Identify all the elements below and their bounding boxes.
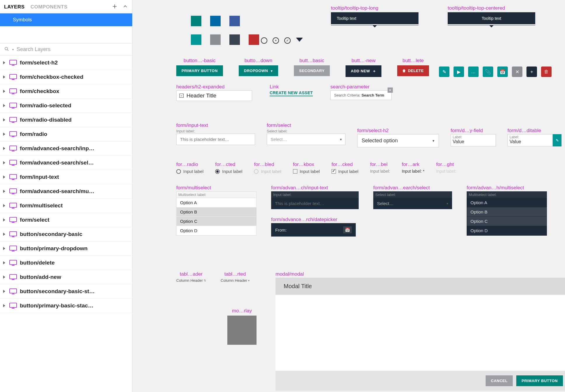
h2-expanded[interactable]: − Header Title xyxy=(176,90,252,101)
chevron-right-icon[interactable] xyxy=(2,132,6,136)
search-parameter[interactable]: Search Criteria: Search Term ✕ xyxy=(330,90,392,100)
adv-multiselect-list[interactable]: Option A Option B Option C Option D xyxy=(467,198,547,236)
layer-item[interactable]: form/select-h2 xyxy=(0,56,132,70)
layer-item[interactable]: button/primary-dropdown xyxy=(0,242,132,256)
play-icon-button[interactable]: ▶ xyxy=(454,66,464,77)
chevron-right-icon[interactable] xyxy=(2,275,6,279)
delete-button[interactable]: DELETE xyxy=(397,65,429,76)
secondary-button[interactable]: SECONDARY xyxy=(294,65,330,76)
layer-list[interactable]: form/select-h2form/checkbox-checkedform/… xyxy=(0,56,132,392)
swatch-dark[interactable] xyxy=(229,34,240,45)
layer-item[interactable]: button/delete xyxy=(0,256,132,270)
trash-icon-button[interactable]: 🗑 xyxy=(541,66,552,77)
layer-item[interactable]: form/multiselect xyxy=(0,199,132,213)
list-item[interactable]: Option C xyxy=(177,217,256,226)
table-column-header-sorted[interactable]: Column Header▾ xyxy=(221,278,250,283)
swatch-teal[interactable] xyxy=(191,34,201,45)
list-item[interactable]: Option A xyxy=(177,198,256,207)
checkbox-checked-input[interactable]: Input label xyxy=(332,169,358,174)
adv-select-input[interactable]: Select… xyxy=(373,198,452,209)
chevron-right-icon[interactable] xyxy=(2,204,6,208)
chevron-right-icon[interactable] xyxy=(2,175,6,179)
primary-button[interactable]: PRIMARY BUTTON xyxy=(176,65,223,76)
attach-icon-button[interactable]: 📎 xyxy=(483,66,493,77)
calendar-icon-button[interactable]: 📅 xyxy=(497,66,508,77)
close-icon[interactable]: ✕ xyxy=(388,88,393,93)
chevron-right-icon[interactable] xyxy=(2,261,6,265)
layer-item[interactable]: form/checkbox-checked xyxy=(0,70,132,84)
layer-item[interactable]: button/secondary-basic-st… xyxy=(0,284,132,299)
layer-item[interactable]: form/advanced-search/inp… xyxy=(0,141,132,156)
modal-primary-button[interactable]: PRIMARY BUTTON xyxy=(516,375,563,386)
layer-item[interactable]: form/radio xyxy=(0,127,132,141)
list-item[interactable]: Option D xyxy=(177,226,256,235)
chevron-right-icon[interactable] xyxy=(2,61,6,65)
layer-item[interactable]: form/radio-disabled xyxy=(0,113,132,127)
layer-item[interactable]: form/advanced-search/mu… xyxy=(0,184,132,199)
list-item[interactable]: Option D xyxy=(467,226,547,235)
layer-item[interactable]: form/advanced-search/sel… xyxy=(0,156,132,170)
search-dropdown-icon[interactable]: ▾ xyxy=(12,48,14,51)
layer-item[interactable]: button/add-new xyxy=(0,270,132,284)
calendar-icon[interactable]: 📅 xyxy=(343,226,352,233)
more-icon-button[interactable]: … xyxy=(468,66,479,77)
collapse-box-icon[interactable]: − xyxy=(179,94,184,98)
search-layers-input[interactable] xyxy=(17,46,128,52)
create-asset-link[interactable]: CREATE NEW ASSET xyxy=(270,90,313,96)
list-item[interactable]: Option B xyxy=(177,207,256,217)
add-icon[interactable] xyxy=(112,4,118,10)
add-new-button[interactable]: ADD NEW xyxy=(346,65,381,77)
swatch-blue[interactable] xyxy=(210,16,221,26)
chevron-right-icon[interactable] xyxy=(2,232,6,236)
pencil-icon-button[interactable]: ✎ xyxy=(439,66,449,77)
radio-selected-input[interactable]: Input label xyxy=(215,169,242,174)
cancel-button[interactable]: CANCEL xyxy=(486,375,513,386)
list-item[interactable]: Option B xyxy=(467,207,547,217)
table-column-header[interactable]: Column Header⇅ xyxy=(176,278,206,283)
swatch-gray[interactable] xyxy=(210,34,221,45)
text-input[interactable] xyxy=(176,134,255,145)
chevron-right-icon[interactable] xyxy=(2,104,6,108)
collapse-icon[interactable] xyxy=(122,4,128,10)
chevron-right-icon[interactable] xyxy=(2,118,6,122)
chevron-right-icon[interactable] xyxy=(2,304,6,308)
checkbox-input[interactable]: Input label xyxy=(293,169,320,174)
layer-item[interactable]: button/primary-basic-stac… xyxy=(0,299,132,313)
list-item[interactable]: Option A xyxy=(467,198,547,207)
adv-multiselect[interactable]: Multiselect label: Option A Option B Opt… xyxy=(467,191,547,236)
adv-text-input[interactable] xyxy=(271,198,359,209)
layers-root-symbols[interactable]: Symbols xyxy=(0,13,132,26)
radio-input[interactable]: Input label xyxy=(176,169,203,174)
plus-icon-button[interactable]: ＋ xyxy=(526,66,537,77)
close-icon-button[interactable]: ✕ xyxy=(512,66,522,77)
select-h2-input[interactable]: Selected option xyxy=(357,134,439,147)
canvas[interactable]: + ✓ tooltip/tooltip-top-long Tooltip tex… xyxy=(132,0,565,392)
swatch-teal-dark[interactable] xyxy=(191,16,201,26)
dropdown-button[interactable]: DROPDOWN xyxy=(239,65,278,76)
chevron-right-icon[interactable] xyxy=(2,75,6,79)
swatch-indigo[interactable] xyxy=(229,16,240,26)
layer-item[interactable]: form/select xyxy=(0,213,132,227)
layer-item[interactable]: button/secondary-basic xyxy=(0,227,132,242)
adv-datepicker[interactable]: From: 📅 xyxy=(271,223,356,237)
layer-item[interactable]: form/input-text xyxy=(0,170,132,184)
layer-item[interactable]: form/checkbox xyxy=(0,84,132,99)
chevron-right-icon[interactable] xyxy=(2,289,6,293)
artboard-icon xyxy=(9,260,17,266)
list-item[interactable]: Option C xyxy=(467,217,547,226)
chevron-right-icon[interactable] xyxy=(2,89,6,93)
chevron-right-icon[interactable] xyxy=(2,189,6,193)
swatch-red[interactable] xyxy=(249,34,259,45)
multiselect[interactable]: Multiselect label: Option A Option B Opt… xyxy=(176,191,257,236)
edit-field-button[interactable]: ✎ xyxy=(553,134,561,146)
multiselect-list[interactable]: Option A Option B Option C Option D xyxy=(176,198,257,236)
chevron-right-icon[interactable] xyxy=(2,161,6,165)
layer-item[interactable]: form/radio-selected xyxy=(0,99,132,113)
artboard-icon xyxy=(9,88,17,94)
tab-components[interactable]: COMPONENTS xyxy=(30,4,67,10)
chevron-right-icon[interactable] xyxy=(2,146,6,150)
chevron-right-icon[interactable] xyxy=(2,218,6,222)
tab-layers[interactable]: LAYERS xyxy=(4,4,25,10)
chevron-right-icon[interactable] xyxy=(2,246,6,251)
select-input[interactable]: Select… xyxy=(267,134,346,145)
